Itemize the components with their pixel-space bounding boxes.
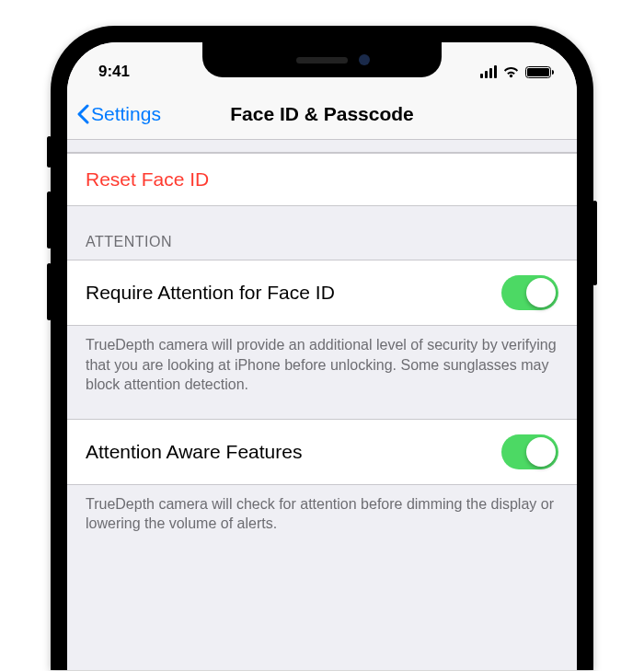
attention-aware-label: Attention Aware Features — [86, 441, 302, 463]
side-button — [592, 201, 597, 285]
chevron-left-icon — [76, 104, 89, 124]
speaker-grille — [296, 57, 348, 64]
attention-aware-row: Attention Aware Features — [67, 419, 577, 485]
attention-section-header: ATTENTION — [67, 206, 577, 260]
spacer — [67, 140, 577, 153]
volume-down-button — [47, 263, 52, 320]
reset-face-id-label: Reset Face ID — [86, 168, 209, 191]
phone-frame: 9:41 Settings Face ID & Passcode Reset F… — [51, 26, 593, 670]
status-indicators — [441, 65, 551, 78]
reset-face-id-button[interactable]: Reset Face ID — [67, 153, 577, 206]
require-attention-toggle[interactable] — [501, 275, 558, 310]
require-attention-row: Require Attention for Face ID — [67, 260, 577, 326]
status-time: 9:41 — [98, 63, 209, 81]
require-attention-label: Require Attention for Face ID — [86, 282, 335, 304]
mute-switch — [47, 136, 52, 168]
notch — [202, 42, 442, 77]
battery-icon — [525, 66, 551, 78]
wifi-icon — [502, 65, 520, 78]
require-attention-footer: TrueDepth camera will provide an additio… — [67, 326, 577, 419]
nav-bar: Settings Face ID & Passcode — [67, 88, 577, 140]
page-title: Face ID & Passcode — [230, 103, 414, 125]
cellular-icon — [480, 65, 498, 78]
volume-up-button — [47, 191, 52, 249]
attention-aware-toggle[interactable] — [501, 434, 558, 469]
attention-aware-footer: TrueDepth camera will check for attentio… — [67, 485, 577, 558]
back-label: Settings — [91, 103, 161, 125]
front-camera — [359, 54, 370, 65]
screen: 9:41 Settings Face ID & Passcode Reset F… — [67, 42, 577, 670]
back-button[interactable]: Settings — [76, 103, 161, 125]
